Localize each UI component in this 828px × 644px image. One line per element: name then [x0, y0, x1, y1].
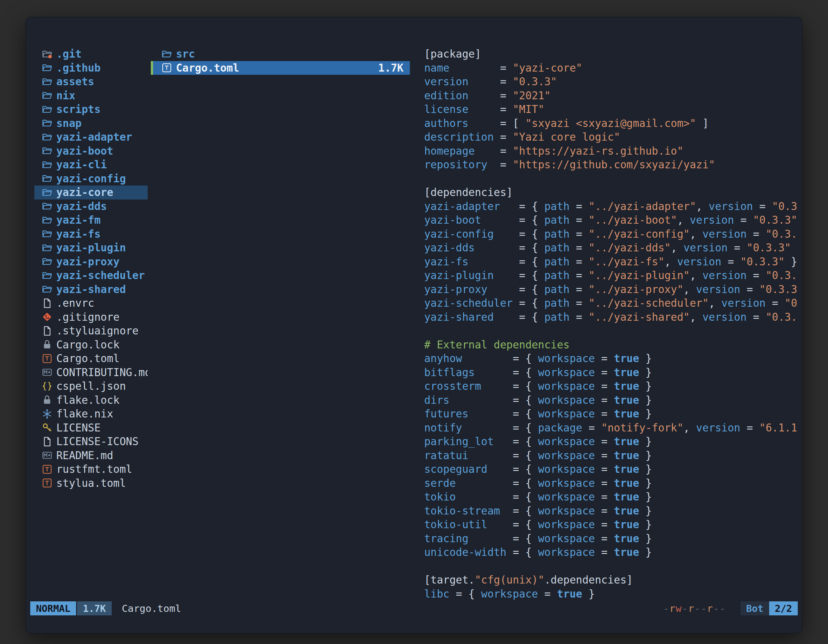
file-name: .git	[56, 48, 82, 60]
folder-icon	[42, 173, 56, 184]
parent-directory-pane: .git.githubassetsnixscriptssnapyazi-adap…	[34, 47, 147, 600]
file-row[interactable]: snap	[34, 116, 147, 130]
file-row[interactable]: yazi-plugin	[34, 241, 147, 255]
preview-line: libc = { workspace = true }	[424, 587, 800, 600]
file-row[interactable]: yazi-shared	[34, 282, 147, 296]
file-name: snap	[56, 117, 82, 130]
desktop-background: { "app": { "name": "yazi file manager" }…	[0, 0, 828, 644]
file-row[interactable]: .git	[34, 47, 147, 61]
file-row[interactable]: LICENSE	[34, 421, 147, 435]
file-preview-pane[interactable]: [package]name = "yazi-core"version = "0.…	[424, 47, 800, 600]
file-name: Cargo.toml	[176, 62, 239, 74]
lock-icon	[42, 339, 56, 350]
current-directory-pane: srcCargo.toml1.7K	[151, 47, 410, 600]
file-name: stylua.toml	[56, 477, 126, 489]
status-bar-right: -rw-r--r-- Bot 2/2	[663, 602, 798, 615]
file-row[interactable]: yazi-adapter	[34, 130, 147, 144]
file-row[interactable]: CONTRIBUTING.md	[34, 366, 147, 379]
file-name: nix	[56, 89, 75, 102]
toml-icon	[42, 464, 56, 475]
file-name: yazi-shared	[56, 283, 126, 296]
file-name: yazi-core	[56, 186, 113, 199]
preview-line: edition = "2021"	[424, 89, 800, 103]
file-size: 1.7K	[378, 62, 408, 74]
preview-line: serde = { workspace = true }	[424, 476, 800, 490]
preview-line: tokio-stream = { workspace = true }	[424, 504, 800, 518]
file-row[interactable]: LICENSE-ICONS	[34, 435, 147, 449]
preview-line: tracing = { workspace = true }	[424, 532, 800, 546]
file-row[interactable]: stylua.toml	[34, 476, 147, 490]
file-name: flake.lock	[56, 394, 120, 406]
file-name: yazi-proxy	[56, 255, 120, 268]
preview-line: yazi-config = { path = "../yazi-config",…	[424, 227, 800, 241]
file-permissions: -rw-r--r--	[663, 603, 726, 614]
file-row[interactable]: .envrc	[34, 296, 147, 310]
file-name: LICENSE	[56, 421, 100, 434]
file-row[interactable]: yazi-fm	[34, 213, 147, 227]
file-row[interactable]: nix	[34, 89, 147, 103]
markdown-icon	[42, 450, 56, 461]
file-row[interactable]: README.md	[34, 449, 147, 463]
file-name: .styluaignore	[56, 324, 138, 337]
file-row[interactable]: yazi-core	[34, 185, 147, 199]
file-row[interactable]: yazi-cli	[34, 158, 147, 172]
preview-line: yazi-boot = { path = "../yazi-boot", ver…	[424, 213, 800, 227]
file-row[interactable]: flake.lock	[34, 393, 147, 407]
folder-icon	[42, 132, 56, 143]
file-name: flake.nix	[56, 407, 113, 420]
preview-line: # External dependencies	[424, 338, 800, 352]
preview-line: yazi-fs = { path = "../yazi-fs", version…	[424, 255, 800, 269]
file-row[interactable]: rustfmt.toml	[34, 462, 147, 476]
preview-line: [dependencies]	[424, 185, 800, 199]
preview-line: notify = { package = "notify-fork", vers…	[424, 421, 800, 435]
file-row[interactable]: .styluaignore	[34, 324, 147, 338]
folder-icon	[42, 118, 56, 128]
file-row[interactable]: yazi-dds	[34, 199, 147, 213]
file-row[interactable]: Cargo.lock	[34, 338, 147, 352]
file-name: rustfmt.toml	[56, 463, 132, 475]
preview-line: license = "MIT"	[424, 102, 800, 116]
folder-icon	[162, 49, 176, 60]
file-row[interactable]: yazi-fs	[34, 227, 147, 241]
file-name: yazi-fm	[56, 214, 100, 226]
cursor-position-badge: 2/2	[769, 602, 798, 615]
file-row[interactable]: yazi-boot	[34, 144, 147, 158]
file-row[interactable]: Cargo.toml	[34, 352, 147, 366]
file-name: README.md	[56, 449, 113, 462]
preview-line: version = "0.3.3"	[424, 75, 800, 89]
file-name: assets	[56, 75, 94, 88]
file-row[interactable]: assets	[34, 75, 147, 89]
folder-icon	[42, 284, 56, 295]
folder-icon	[42, 104, 56, 115]
file-name: yazi-config	[56, 172, 126, 185]
preview-line: description = "Yazi core logic"	[424, 130, 800, 144]
file-name: .gitignore	[56, 311, 120, 323]
file-row[interactable]: .gitignore	[34, 310, 147, 324]
toml-icon	[42, 478, 56, 489]
preview-line: yazi-scheduler = { path = "../yazi-sched…	[424, 296, 800, 310]
file-row[interactable]: flake.nix	[34, 407, 147, 421]
file-icon	[42, 326, 56, 336]
file-row[interactable]: .github	[34, 61, 147, 75]
file-row[interactable]: yazi-scheduler	[34, 268, 147, 282]
file-name: yazi-dds	[56, 200, 107, 213]
folder-icon	[42, 63, 56, 73]
preview-line	[424, 559, 800, 573]
file-row[interactable]: scripts	[34, 102, 147, 116]
preview-line: yazi-shared = { path = "../yazi-shared",…	[424, 310, 800, 324]
panes-container: .git.githubassetsnixscriptssnapyazi-adap…	[34, 47, 800, 600]
preview-line: authors = [ "sxyazi <sxyazi@gmail.com>" …	[424, 116, 800, 130]
file-row[interactable]: yazi-proxy	[34, 255, 147, 269]
preview-line: [package]	[424, 47, 800, 61]
preview-line: ratatui = { workspace = true }	[424, 449, 800, 463]
file-row[interactable]: Cargo.toml1.7K	[151, 61, 410, 75]
file-row[interactable]: src	[151, 47, 410, 61]
preview-line: yazi-adapter = { path = "../yazi-adapter…	[424, 199, 800, 213]
file-row[interactable]: yazi-config	[34, 172, 147, 186]
preview-line: parking_lot = { workspace = true }	[424, 435, 800, 449]
preview-line	[424, 172, 800, 186]
file-row[interactable]: cspell.json	[34, 379, 147, 393]
toml-icon	[42, 353, 56, 364]
file-icon	[42, 436, 56, 447]
preview-line: bitflags = { workspace = true }	[424, 366, 800, 379]
